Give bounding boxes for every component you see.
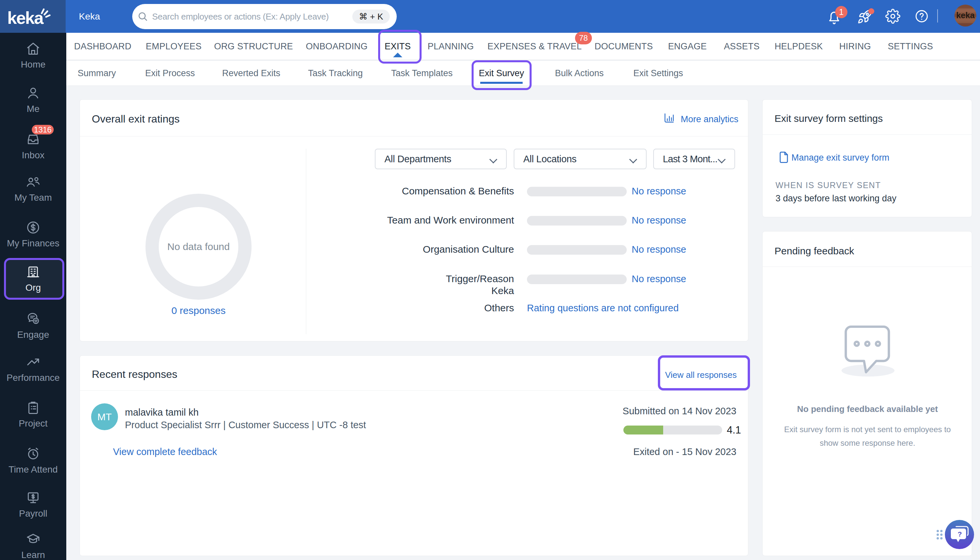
svg-text:keka: keka xyxy=(7,8,44,27)
svg-text:?: ? xyxy=(958,530,962,538)
